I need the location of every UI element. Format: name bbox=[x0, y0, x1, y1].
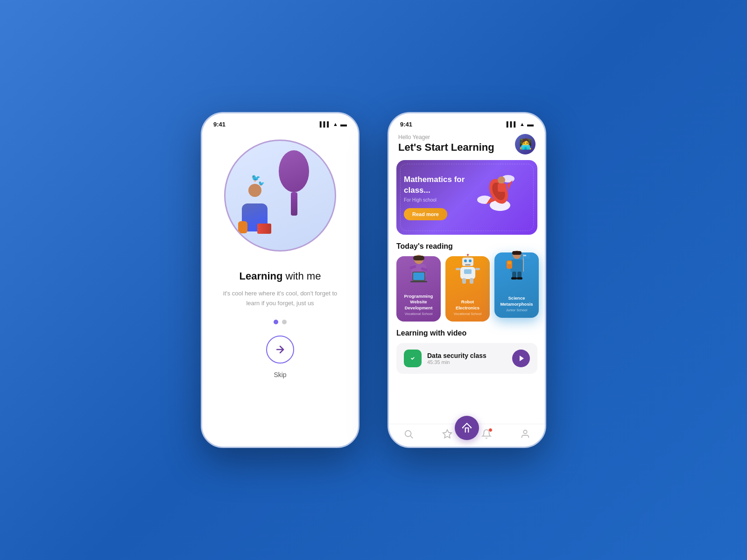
title-bold: Learning bbox=[240, 270, 283, 282]
bell-icon bbox=[481, 429, 492, 439]
status-time: 9:41 bbox=[213, 121, 226, 128]
person-reading bbox=[242, 190, 268, 231]
svg-rect-15 bbox=[413, 273, 424, 280]
svg-point-23 bbox=[467, 254, 469, 256]
tree-shape bbox=[279, 150, 309, 216]
wifi-icon: ▲ bbox=[333, 121, 338, 127]
status-bar-home: 9:41 ▌▌▌ ▲ ▬ bbox=[389, 113, 545, 130]
svg-point-43 bbox=[405, 431, 411, 437]
svg-rect-38 bbox=[512, 272, 516, 278]
svg-rect-28 bbox=[470, 278, 473, 284]
home-status-icons: ▌▌▌ ▲ ▬ bbox=[507, 120, 534, 128]
robot-character-svg bbox=[454, 254, 482, 287]
video-item: Data security class 45:35 min bbox=[396, 343, 537, 374]
home-content: Hello Yeager Let's Start Learning 🧑‍💻 Ma… bbox=[389, 130, 545, 447]
greeting-container: Hello Yeager Let's Start Learning bbox=[398, 134, 494, 154]
svg-rect-40 bbox=[511, 277, 517, 280]
home-status-time: 9:41 bbox=[400, 121, 412, 128]
svg-rect-16 bbox=[410, 281, 427, 282]
svg-marker-45 bbox=[443, 430, 451, 438]
home-signal-icon: ▌▌▌ bbox=[507, 121, 517, 127]
svg-rect-39 bbox=[517, 272, 521, 278]
banner-title: Mathematics for class... bbox=[404, 175, 479, 195]
home-header: Hello Yeager Let's Start Learning 🧑‍💻 bbox=[389, 130, 545, 160]
next-button[interactable] bbox=[266, 336, 294, 364]
greeting-big: Let's Start Learning bbox=[398, 141, 494, 154]
math-banner: Mathematics for class... For High school… bbox=[396, 160, 537, 235]
svg-marker-42 bbox=[520, 356, 524, 361]
skip-link[interactable]: Skip bbox=[274, 371, 286, 378]
arrow-right-icon bbox=[275, 344, 286, 355]
science-character-svg bbox=[503, 249, 531, 284]
onboarding-title: Learning with me bbox=[240, 270, 321, 282]
video-duration: 45:35 min bbox=[427, 359, 507, 365]
science-figure bbox=[500, 248, 533, 285]
home-phone: 9:41 ▌▌▌ ▲ ▬ Hello Yeager Let's Start Le… bbox=[388, 112, 546, 448]
svg-line-44 bbox=[410, 436, 413, 438]
avatar-emoji: 🧑‍💻 bbox=[519, 138, 532, 150]
svg-rect-32 bbox=[510, 259, 523, 273]
read-more-button[interactable]: Read more bbox=[404, 208, 447, 220]
onboarding-illustration: 🐦 🐦 bbox=[224, 140, 336, 252]
rocket-scene bbox=[474, 167, 530, 228]
svg-point-46 bbox=[524, 430, 527, 434]
dot-2 bbox=[282, 320, 287, 324]
rocket-svg bbox=[474, 167, 516, 214]
star-icon bbox=[442, 429, 452, 439]
home-fab-button[interactable] bbox=[455, 416, 479, 440]
programming-character-svg bbox=[405, 254, 433, 287]
card-robot-sub: Vocational School bbox=[451, 312, 484, 316]
onboarding-content: 🐦 🐦 Learning with me it's cool here bbox=[202, 130, 358, 447]
svg-rect-21 bbox=[465, 264, 471, 266]
onboarding-phone: 9:41 ▌▌▌ ▲ ▬ 🐦 🐦 bbox=[201, 112, 359, 448]
card-robot-label: robot electronics bbox=[451, 299, 484, 311]
home-battery-icon: ▬ bbox=[527, 120, 534, 128]
svg-rect-25 bbox=[456, 268, 460, 270]
home-wifi-icon: ▲ bbox=[520, 121, 525, 127]
greeting-small: Hello Yeager bbox=[398, 134, 494, 140]
status-icons: ▌▌▌ ▲ ▬ bbox=[320, 120, 347, 128]
bottom-nav bbox=[389, 424, 545, 447]
pagination-dots bbox=[274, 320, 287, 324]
svg-rect-27 bbox=[462, 278, 466, 284]
video-info: Data security class 45:35 min bbox=[427, 352, 507, 365]
svg-rect-31 bbox=[512, 251, 521, 255]
section-video-title: Learning with video bbox=[389, 329, 545, 337]
shield-icon bbox=[408, 353, 418, 364]
nav-search[interactable] bbox=[403, 429, 414, 439]
profile-icon bbox=[520, 429, 530, 439]
svg-rect-41 bbox=[517, 277, 522, 280]
card-programming-label: programming website development bbox=[402, 294, 435, 311]
video-title: Data security class bbox=[427, 352, 507, 359]
signal-icon: ▌▌▌ bbox=[320, 121, 331, 127]
title-rest: with me bbox=[282, 270, 321, 282]
card-science[interactable]: Science Metamorphosis Junior School bbox=[494, 252, 539, 318]
svg-rect-19 bbox=[464, 259, 467, 262]
nav-favorites[interactable] bbox=[442, 429, 452, 439]
svg-rect-37 bbox=[523, 255, 526, 256]
play-button[interactable] bbox=[512, 350, 530, 367]
shield-icon-wrap bbox=[404, 350, 422, 367]
card-programming[interactable]: programming website development Vocation… bbox=[396, 256, 441, 322]
card-science-sub: Junior School bbox=[500, 308, 533, 312]
svg-rect-9 bbox=[498, 183, 506, 192]
battery-icon: ▬ bbox=[340, 120, 347, 128]
nav-profile[interactable] bbox=[520, 429, 530, 439]
svg-rect-34 bbox=[507, 261, 511, 264]
dot-1 bbox=[274, 320, 278, 324]
avatar[interactable]: 🧑‍💻 bbox=[515, 134, 536, 154]
robot-figure bbox=[451, 252, 484, 289]
svg-point-8 bbox=[498, 176, 505, 184]
card-programming-sub: Vocational School bbox=[402, 312, 435, 316]
programming-figure bbox=[402, 252, 435, 289]
status-bar-onboarding: 9:41 ▌▌▌ ▲ ▬ bbox=[202, 113, 358, 130]
nav-notifications[interactable] bbox=[481, 429, 492, 439]
card-robot[interactable]: robot electronics Vocational School bbox=[445, 256, 490, 322]
search-icon bbox=[403, 429, 414, 439]
svg-rect-20 bbox=[469, 259, 472, 262]
onboarding-description: it's cool here where it's cool, don't fo… bbox=[216, 289, 344, 308]
cards-row: programming website development Vocation… bbox=[389, 256, 545, 322]
card-science-label: Science Metamorphosis bbox=[500, 295, 533, 307]
play-icon bbox=[517, 355, 525, 362]
svg-rect-26 bbox=[475, 268, 480, 270]
